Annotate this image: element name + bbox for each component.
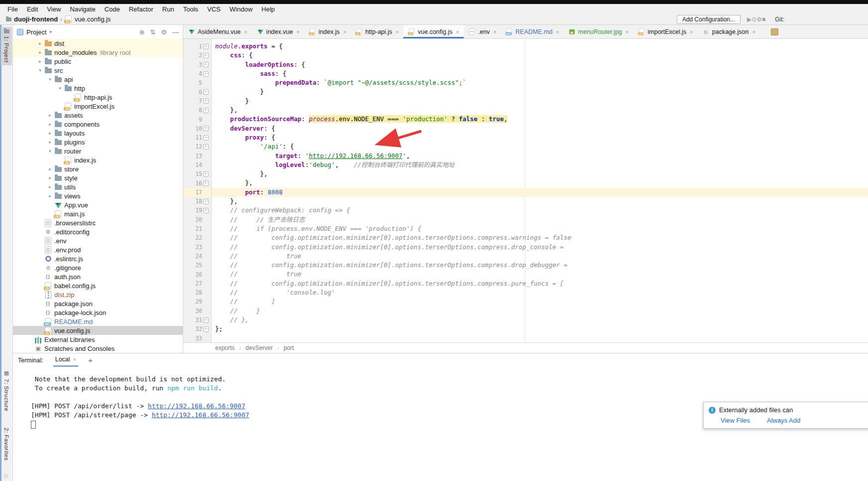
fold-collapse-icon[interactable]: − [203, 44, 209, 49]
tree-item-.env.prod[interactable]: .env.prod [13, 245, 183, 254]
tab-index.js[interactable]: JSindex.js× [304, 25, 351, 38]
collapse-all-icon[interactable]: ⇅ [150, 28, 155, 36]
coverage-button[interactable]: ⊙ [751, 16, 756, 23]
fold-end-icon[interactable]: − [203, 171, 209, 177]
chevron-down-icon[interactable]: ▾ [56, 86, 64, 91]
tab-vue.config.js[interactable]: JSvue.config.js× [403, 25, 464, 38]
editor-body[interactable]: 1−2−3−4−56−7−8−910−11−12−131415−16−1718−… [183, 39, 868, 342]
menu-edit[interactable]: Edit [22, 5, 42, 13]
chevron-right-icon[interactable]: ▸ [46, 184, 54, 189]
tree-item-http[interactable]: ▾http [13, 84, 183, 93]
chevron-right-icon[interactable]: ▸ [36, 59, 44, 64]
fold-collapse-icon[interactable]: − [203, 53, 209, 58]
tree-item-babel.config.js[interactable]: JSbabel.config.js [13, 281, 183, 290]
menu-view[interactable]: View [42, 5, 65, 13]
close-icon[interactable]: × [73, 356, 76, 362]
chevron-down-icon[interactable]: ▾ [36, 68, 44, 73]
tree-item-.browserslistrc[interactable]: .browserslistrc [13, 218, 183, 227]
tree-item-style[interactable]: ▸style [13, 173, 183, 182]
breadcrumb-file[interactable]: vue.config.js [75, 15, 111, 23]
chevron-right-icon[interactable]: ▸ [46, 113, 54, 118]
new-terminal-icon[interactable]: + [88, 356, 93, 364]
tab-package.json[interactable]: {}package.json× [698, 25, 760, 38]
chevron-down-icon[interactable]: ▾ [46, 77, 54, 82]
tab-asidemenu.vue[interactable]: AsideMenu.vue× [183, 25, 252, 38]
terminal-link[interactable]: http://192.168.66.56:9007 [152, 411, 249, 419]
git-label[interactable]: Git: [775, 16, 784, 23]
menu-run[interactable]: Run [158, 5, 179, 13]
tree-item-assets[interactable]: ▸assets [13, 111, 183, 120]
fold-end-icon[interactable]: − [203, 180, 209, 186]
breadcrumb-port[interactable]: port [283, 344, 294, 351]
breadcrumb-exports[interactable]: exports [215, 344, 235, 351]
tree-item-layouts[interactable]: ▸layouts [13, 129, 183, 138]
chevron-down-icon[interactable]: ▾ [46, 149, 54, 154]
fold-collapse-icon[interactable]: − [203, 144, 209, 150]
tree-item-package-lock.json[interactable]: {}package-lock.json [13, 308, 183, 317]
profiler-button[interactable]: ⚙ [756, 16, 762, 23]
tree-item-package.json[interactable]: {}package.json [13, 299, 183, 308]
menu-file[interactable]: File [3, 5, 22, 13]
tree-item-auth.json[interactable]: {}auth.json [13, 272, 183, 281]
fold-end-icon[interactable]: − [203, 326, 209, 332]
menu-help[interactable]: Help [257, 5, 279, 13]
breadcrumb-devserver[interactable]: devServer [246, 344, 273, 351]
close-icon[interactable]: × [690, 29, 693, 35]
notification-action-always-add[interactable]: Always Add [767, 417, 800, 424]
tree-item-.env[interactable]: .env [13, 236, 183, 245]
tree-item-scratches-and-consoles[interactable]: ▣Scratches and Consoles [13, 344, 183, 353]
tree-item-node-modules[interactable]: ▸node_moduleslibrary root [13, 48, 183, 57]
fold-end-icon[interactable]: − [203, 199, 209, 204]
tab-options-icon[interactable] [771, 28, 778, 35]
favorites-star-icon[interactable]: ☆ [3, 472, 9, 480]
tab-http-api.js[interactable]: JShttp-api.js× [351, 25, 403, 38]
tree-item-plugins[interactable]: ▸plugins [13, 138, 183, 147]
tree-item-components[interactable]: ▸components [13, 120, 183, 129]
stripe-structure-button[interactable]: ▦ 7: Structure [1, 370, 12, 411]
menu-tools[interactable]: Tools [179, 5, 203, 13]
chevron-right-icon[interactable]: ▸ [36, 50, 44, 55]
terminal-tab-local[interactable]: Local × [53, 353, 78, 367]
chevron-right-icon[interactable]: ▸ [46, 193, 54, 198]
fold-end-icon[interactable]: − [203, 318, 209, 323]
tree-item-http-api.js[interactable]: JShttp-api.js [13, 93, 183, 102]
tree-item-utils[interactable]: ▸utils [13, 182, 183, 191]
chevron-right-icon[interactable]: ▸ [36, 41, 44, 46]
tab-index.vue[interactable]: index.vue× [252, 25, 304, 38]
panel-settings-icon[interactable]: ⚙ [161, 28, 167, 36]
fold-end-icon[interactable]: − [203, 98, 209, 104]
fold-collapse-icon[interactable]: − [203, 135, 209, 141]
tree-item-.gitignore[interactable]: ⊘.gitignore [13, 263, 183, 272]
fold-collapse-icon[interactable]: − [203, 208, 209, 213]
tree-item-.editorconfig[interactable]: ⚙.editorconfig [13, 227, 183, 236]
terminal-link[interactable]: http://192.168.66.56:9007 [148, 402, 246, 410]
tree-item-.eslintrc.js[interactable]: .eslintrc.js [13, 254, 183, 263]
project-panel-title[interactable]: Project [26, 28, 46, 36]
tab-importexcel.js[interactable]: JSimportExcel.js× [633, 25, 698, 38]
tree-item-src[interactable]: ▾src [13, 66, 183, 75]
tree-item-views[interactable]: ▸views [13, 191, 183, 200]
close-icon[interactable]: × [752, 29, 755, 35]
menu-refactor[interactable]: Refactor [124, 5, 158, 13]
tree-item-router[interactable]: ▾router [13, 147, 183, 156]
fold-end-icon[interactable]: − [203, 89, 209, 95]
tree-item-importexcel.js[interactable]: JSimportExcel.js [13, 102, 183, 111]
tree-item-app.vue[interactable]: App.vue [13, 200, 183, 209]
menu-vcs[interactable]: VCS [203, 5, 225, 13]
hide-panel-icon[interactable]: — [172, 28, 179, 36]
add-configuration-button[interactable]: Add Configuration... [677, 15, 741, 24]
run-button[interactable]: ▶ [747, 16, 751, 23]
close-icon[interactable]: × [494, 29, 496, 35]
menu-code[interactable]: Code [100, 5, 124, 13]
stop-button[interactable]: ■ [762, 16, 765, 23]
notification-action-view-files[interactable]: View Files [721, 417, 750, 424]
tree-item-store[interactable]: ▸store [13, 164, 183, 173]
menu-navigate[interactable]: Navigate [65, 5, 100, 13]
close-icon[interactable]: × [343, 29, 346, 35]
tab-.env[interactable]: .env× [464, 25, 501, 38]
code-editor[interactable]: module.exports = { css: { loaderOptions:… [212, 39, 868, 342]
close-icon[interactable]: × [244, 29, 247, 35]
fold-collapse-icon[interactable]: − [203, 126, 209, 131]
tree-item-dist.zip[interactable]: dist.zip [13, 290, 183, 299]
chevron-right-icon[interactable]: ▸ [46, 175, 54, 180]
